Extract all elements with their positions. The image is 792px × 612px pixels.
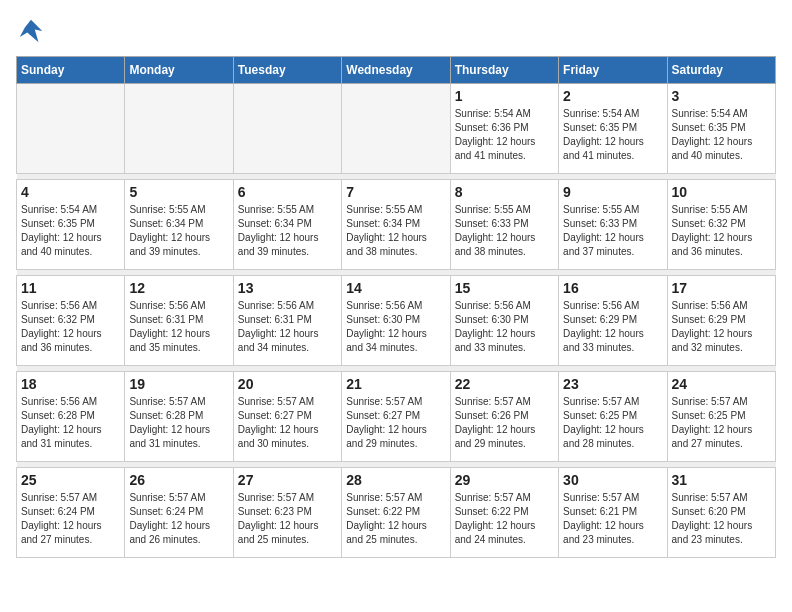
day-number: 10 <box>672 184 771 200</box>
day-info: Sunrise: 5:57 AM Sunset: 6:28 PM Dayligh… <box>129 395 228 451</box>
day-number: 1 <box>455 88 554 104</box>
calendar-cell: 22Sunrise: 5:57 AM Sunset: 6:26 PM Dayli… <box>450 372 558 462</box>
calendar-cell: 18Sunrise: 5:56 AM Sunset: 6:28 PM Dayli… <box>17 372 125 462</box>
calendar: SundayMondayTuesdayWednesdayThursdayFrid… <box>16 56 776 558</box>
day-info: Sunrise: 5:57 AM Sunset: 6:23 PM Dayligh… <box>238 491 337 547</box>
day-info: Sunrise: 5:55 AM Sunset: 6:34 PM Dayligh… <box>238 203 337 259</box>
day-header-saturday: Saturday <box>667 57 775 84</box>
day-info: Sunrise: 5:56 AM Sunset: 6:29 PM Dayligh… <box>672 299 771 355</box>
day-number: 28 <box>346 472 445 488</box>
day-number: 26 <box>129 472 228 488</box>
calendar-cell: 4Sunrise: 5:54 AM Sunset: 6:35 PM Daylig… <box>17 180 125 270</box>
calendar-week-3: 11Sunrise: 5:56 AM Sunset: 6:32 PM Dayli… <box>17 276 776 366</box>
day-number: 21 <box>346 376 445 392</box>
day-number: 9 <box>563 184 662 200</box>
calendar-week-2: 4Sunrise: 5:54 AM Sunset: 6:35 PM Daylig… <box>17 180 776 270</box>
calendar-header-row: SundayMondayTuesdayWednesdayThursdayFrid… <box>17 57 776 84</box>
calendar-cell: 12Sunrise: 5:56 AM Sunset: 6:31 PM Dayli… <box>125 276 233 366</box>
day-number: 4 <box>21 184 120 200</box>
day-info: Sunrise: 5:57 AM Sunset: 6:22 PM Dayligh… <box>346 491 445 547</box>
svg-marker-0 <box>20 20 43 43</box>
day-number: 27 <box>238 472 337 488</box>
calendar-cell <box>233 84 341 174</box>
day-info: Sunrise: 5:54 AM Sunset: 6:36 PM Dayligh… <box>455 107 554 163</box>
calendar-cell: 20Sunrise: 5:57 AM Sunset: 6:27 PM Dayli… <box>233 372 341 462</box>
day-info: Sunrise: 5:55 AM Sunset: 6:34 PM Dayligh… <box>129 203 228 259</box>
day-info: Sunrise: 5:56 AM Sunset: 6:28 PM Dayligh… <box>21 395 120 451</box>
header <box>16 16 776 46</box>
calendar-cell: 19Sunrise: 5:57 AM Sunset: 6:28 PM Dayli… <box>125 372 233 462</box>
calendar-cell: 14Sunrise: 5:56 AM Sunset: 6:30 PM Dayli… <box>342 276 450 366</box>
calendar-cell: 29Sunrise: 5:57 AM Sunset: 6:22 PM Dayli… <box>450 468 558 558</box>
day-number: 7 <box>346 184 445 200</box>
day-number: 20 <box>238 376 337 392</box>
calendar-cell: 7Sunrise: 5:55 AM Sunset: 6:34 PM Daylig… <box>342 180 450 270</box>
day-info: Sunrise: 5:56 AM Sunset: 6:32 PM Dayligh… <box>21 299 120 355</box>
calendar-week-1: 1Sunrise: 5:54 AM Sunset: 6:36 PM Daylig… <box>17 84 776 174</box>
day-number: 8 <box>455 184 554 200</box>
day-info: Sunrise: 5:56 AM Sunset: 6:29 PM Dayligh… <box>563 299 662 355</box>
logo-icon <box>16 16 46 46</box>
calendar-cell: 25Sunrise: 5:57 AM Sunset: 6:24 PM Dayli… <box>17 468 125 558</box>
calendar-cell: 31Sunrise: 5:57 AM Sunset: 6:20 PM Dayli… <box>667 468 775 558</box>
day-number: 22 <box>455 376 554 392</box>
day-info: Sunrise: 5:56 AM Sunset: 6:30 PM Dayligh… <box>455 299 554 355</box>
calendar-cell: 21Sunrise: 5:57 AM Sunset: 6:27 PM Dayli… <box>342 372 450 462</box>
day-number: 11 <box>21 280 120 296</box>
calendar-cell: 6Sunrise: 5:55 AM Sunset: 6:34 PM Daylig… <box>233 180 341 270</box>
day-number: 2 <box>563 88 662 104</box>
calendar-cell: 9Sunrise: 5:55 AM Sunset: 6:33 PM Daylig… <box>559 180 667 270</box>
calendar-cell: 30Sunrise: 5:57 AM Sunset: 6:21 PM Dayli… <box>559 468 667 558</box>
day-info: Sunrise: 5:56 AM Sunset: 6:31 PM Dayligh… <box>129 299 228 355</box>
calendar-cell: 28Sunrise: 5:57 AM Sunset: 6:22 PM Dayli… <box>342 468 450 558</box>
day-header-monday: Monday <box>125 57 233 84</box>
calendar-cell: 10Sunrise: 5:55 AM Sunset: 6:32 PM Dayli… <box>667 180 775 270</box>
calendar-cell: 24Sunrise: 5:57 AM Sunset: 6:25 PM Dayli… <box>667 372 775 462</box>
calendar-week-5: 25Sunrise: 5:57 AM Sunset: 6:24 PM Dayli… <box>17 468 776 558</box>
day-number: 3 <box>672 88 771 104</box>
day-info: Sunrise: 5:56 AM Sunset: 6:31 PM Dayligh… <box>238 299 337 355</box>
calendar-cell: 5Sunrise: 5:55 AM Sunset: 6:34 PM Daylig… <box>125 180 233 270</box>
day-header-sunday: Sunday <box>17 57 125 84</box>
day-number: 24 <box>672 376 771 392</box>
calendar-cell <box>342 84 450 174</box>
day-info: Sunrise: 5:57 AM Sunset: 6:26 PM Dayligh… <box>455 395 554 451</box>
day-info: Sunrise: 5:57 AM Sunset: 6:22 PM Dayligh… <box>455 491 554 547</box>
day-number: 19 <box>129 376 228 392</box>
calendar-cell: 16Sunrise: 5:56 AM Sunset: 6:29 PM Dayli… <box>559 276 667 366</box>
calendar-cell: 8Sunrise: 5:55 AM Sunset: 6:33 PM Daylig… <box>450 180 558 270</box>
day-number: 5 <box>129 184 228 200</box>
day-info: Sunrise: 5:57 AM Sunset: 6:27 PM Dayligh… <box>238 395 337 451</box>
calendar-cell: 13Sunrise: 5:56 AM Sunset: 6:31 PM Dayli… <box>233 276 341 366</box>
day-header-tuesday: Tuesday <box>233 57 341 84</box>
day-number: 17 <box>672 280 771 296</box>
day-number: 25 <box>21 472 120 488</box>
calendar-cell: 26Sunrise: 5:57 AM Sunset: 6:24 PM Dayli… <box>125 468 233 558</box>
day-info: Sunrise: 5:57 AM Sunset: 6:21 PM Dayligh… <box>563 491 662 547</box>
day-header-wednesday: Wednesday <box>342 57 450 84</box>
day-number: 12 <box>129 280 228 296</box>
day-info: Sunrise: 5:56 AM Sunset: 6:30 PM Dayligh… <box>346 299 445 355</box>
calendar-cell <box>125 84 233 174</box>
day-number: 16 <box>563 280 662 296</box>
day-info: Sunrise: 5:57 AM Sunset: 6:25 PM Dayligh… <box>672 395 771 451</box>
day-number: 29 <box>455 472 554 488</box>
day-header-friday: Friday <box>559 57 667 84</box>
calendar-cell: 23Sunrise: 5:57 AM Sunset: 6:25 PM Dayli… <box>559 372 667 462</box>
day-number: 30 <box>563 472 662 488</box>
calendar-cell: 17Sunrise: 5:56 AM Sunset: 6:29 PM Dayli… <box>667 276 775 366</box>
day-number: 15 <box>455 280 554 296</box>
calendar-cell: 3Sunrise: 5:54 AM Sunset: 6:35 PM Daylig… <box>667 84 775 174</box>
day-info: Sunrise: 5:57 AM Sunset: 6:27 PM Dayligh… <box>346 395 445 451</box>
calendar-cell: 15Sunrise: 5:56 AM Sunset: 6:30 PM Dayli… <box>450 276 558 366</box>
day-info: Sunrise: 5:54 AM Sunset: 6:35 PM Dayligh… <box>21 203 120 259</box>
calendar-cell <box>17 84 125 174</box>
day-info: Sunrise: 5:55 AM Sunset: 6:33 PM Dayligh… <box>455 203 554 259</box>
day-number: 6 <box>238 184 337 200</box>
day-info: Sunrise: 5:54 AM Sunset: 6:35 PM Dayligh… <box>672 107 771 163</box>
calendar-cell: 11Sunrise: 5:56 AM Sunset: 6:32 PM Dayli… <box>17 276 125 366</box>
day-number: 13 <box>238 280 337 296</box>
day-info: Sunrise: 5:55 AM Sunset: 6:33 PM Dayligh… <box>563 203 662 259</box>
day-info: Sunrise: 5:54 AM Sunset: 6:35 PM Dayligh… <box>563 107 662 163</box>
day-info: Sunrise: 5:57 AM Sunset: 6:24 PM Dayligh… <box>129 491 228 547</box>
